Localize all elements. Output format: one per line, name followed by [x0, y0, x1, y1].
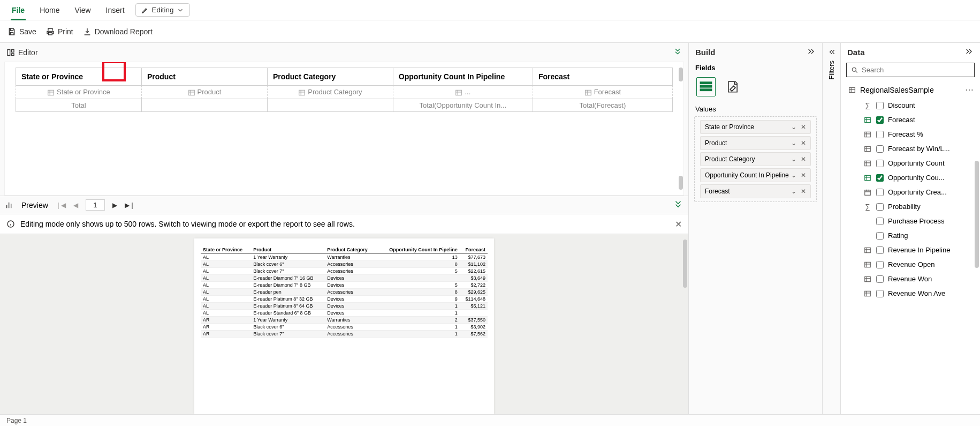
- field-checkbox[interactable]: [876, 261, 884, 268]
- svg-rect-18: [865, 175, 871, 180]
- data-field-row[interactable]: Purchase Process: [862, 214, 976, 228]
- remove-field-icon[interactable]: ✕: [801, 123, 806, 131]
- editing-mode-button[interactable]: Editing: [135, 3, 191, 17]
- data-scrollbar[interactable]: [975, 161, 979, 268]
- field-checkbox[interactable]: [876, 290, 884, 297]
- field-pill[interactable]: State or Province⌄✕: [700, 120, 811, 134]
- chevron-down-icon[interactable]: ⌄: [791, 171, 796, 179]
- more-options-icon[interactable]: ⋯: [965, 85, 975, 95]
- preview-scrollbar[interactable]: [683, 240, 687, 288]
- col-header[interactable]: Forecast: [533, 68, 672, 86]
- field-name: Opportunity Cou...: [888, 174, 945, 182]
- preview-page: State or ProvinceProductProduct Category…: [194, 238, 494, 414]
- field-checkbox[interactable]: [876, 102, 884, 109]
- expand-filters-icon[interactable]: [828, 48, 835, 57]
- data-field-row[interactable]: Opportunity Count: [862, 156, 976, 170]
- download-icon: [83, 27, 92, 36]
- preview-row: AL1 Year WarrantyWarranties13$77,673: [201, 254, 488, 261]
- build-title: Build: [695, 48, 716, 57]
- chevron-down-icon[interactable]: ⌄: [791, 139, 796, 147]
- nav-last-icon[interactable]: ▶❘: [125, 201, 135, 209]
- chevron-down-icon[interactable]: ⌄: [791, 188, 796, 195]
- tab-home[interactable]: Home: [32, 3, 67, 18]
- field-checkbox[interactable]: [876, 246, 884, 254]
- field-checkbox[interactable]: [876, 203, 884, 211]
- preview-table: State or ProvinceProductProduct Category…: [201, 246, 488, 338]
- search-box[interactable]: [846, 63, 975, 77]
- data-field-row[interactable]: ∑Probability: [862, 199, 976, 214]
- remove-field-icon[interactable]: ✕: [801, 139, 806, 147]
- placeholder-cell[interactable]: Product: [141, 86, 267, 99]
- print-button[interactable]: Print: [46, 27, 73, 36]
- tab-file[interactable]: File: [4, 3, 32, 18]
- data-field-row[interactable]: Revenue In Pipeline: [862, 243, 976, 257]
- data-field-row[interactable]: Revenue Won: [862, 272, 976, 286]
- tab-insert[interactable]: Insert: [98, 3, 132, 18]
- field-pill[interactable]: Product⌄✕: [700, 136, 811, 150]
- remove-field-icon[interactable]: ✕: [801, 171, 806, 179]
- info-icon: [6, 220, 15, 228]
- page-number-input[interactable]: [86, 199, 105, 211]
- field-pill[interactable]: Product Category⌄✕: [700, 152, 811, 166]
- editor-canvas[interactable]: State or ProvinceProductProduct Category…: [4, 62, 684, 196]
- placeholder-cell[interactable]: ...: [393, 86, 533, 99]
- field-checkbox[interactable]: [876, 131, 884, 138]
- data-field-row[interactable]: Forecast: [862, 113, 976, 127]
- data-field-row[interactable]: Opportunity Cou...: [862, 170, 976, 185]
- collapse-preview-icon[interactable]: [673, 199, 683, 211]
- field-checkbox[interactable]: [876, 145, 884, 153]
- search-input[interactable]: [862, 66, 970, 74]
- nav-first-icon[interactable]: ❘◀: [56, 201, 66, 209]
- dataset-row[interactable]: RegionalSalesSample ⋯: [841, 81, 980, 98]
- data-field-row[interactable]: Rating: [862, 228, 976, 243]
- nav-prev-icon[interactable]: ◀: [73, 201, 78, 209]
- filters-label[interactable]: Filters: [827, 61, 835, 79]
- preview-row: ALBlack cover 7"Accessories5$22,615: [201, 268, 488, 275]
- field-pill[interactable]: Opportunity Count In Pipeline⌄✕: [700, 168, 811, 182]
- field-checkbox[interactable]: [876, 174, 884, 182]
- format-viz-icon[interactable]: [723, 77, 742, 96]
- collapse-build-icon[interactable]: [807, 47, 816, 57]
- close-banner-icon[interactable]: ✕: [675, 219, 682, 229]
- svg-rect-17: [865, 161, 871, 166]
- placeholder-cell[interactable]: Product Category: [267, 86, 393, 99]
- svg-rect-14: [865, 117, 871, 122]
- data-field-row[interactable]: ∑Discount: [862, 98, 976, 113]
- tab-view[interactable]: View: [67, 3, 98, 18]
- field-checkbox[interactable]: [876, 116, 884, 124]
- data-field-row[interactable]: Opportunity Crea...: [862, 185, 976, 199]
- remove-field-icon[interactable]: ✕: [801, 188, 806, 195]
- remove-field-icon[interactable]: ✕: [801, 155, 806, 163]
- chevron-down-icon[interactable]: ⌄: [791, 155, 796, 163]
- collapse-data-icon[interactable]: [965, 47, 974, 57]
- data-field-row[interactable]: Revenue Won Ave: [862, 286, 976, 301]
- search-icon: [851, 66, 859, 74]
- svg-rect-10: [700, 85, 712, 88]
- preview-col-header: Forecast: [460, 246, 488, 254]
- field-well[interactable]: State or Province⌄✕Product⌄✕Product Cate…: [694, 116, 817, 202]
- editor-scrollbar[interactable]: [678, 68, 683, 190]
- save-button[interactable]: Save: [7, 27, 36, 36]
- chevron-down-icon[interactable]: ⌄: [791, 123, 796, 131]
- col-header[interactable]: Product: [141, 68, 267, 86]
- data-field-row[interactable]: Forecast %: [862, 127, 976, 141]
- total-cell: [267, 99, 393, 111]
- nav-next-icon[interactable]: ▶: [112, 201, 117, 209]
- field-pill[interactable]: Forecast⌄✕: [700, 184, 811, 198]
- download-button[interactable]: Download Report: [83, 27, 153, 36]
- col-header[interactable]: Opportunity Count In Pipeline: [393, 68, 533, 86]
- field-checkbox[interactable]: [876, 232, 884, 240]
- col-header[interactable]: State or Province: [16, 68, 142, 86]
- field-checkbox[interactable]: [876, 218, 884, 225]
- collapse-editor-icon[interactable]: [673, 47, 682, 57]
- field-checkbox[interactable]: [876, 275, 884, 283]
- placeholder-cell[interactable]: State or Province: [16, 86, 142, 99]
- table-viz-icon[interactable]: [696, 77, 716, 96]
- data-field-row[interactable]: Forecast by Win/L...: [862, 141, 976, 156]
- placeholder-cell[interactable]: Forecast: [533, 86, 672, 99]
- svg-rect-23: [865, 291, 871, 296]
- col-header[interactable]: Product Category: [267, 68, 393, 86]
- data-field-row[interactable]: Revenue Open: [862, 257, 976, 272]
- field-checkbox[interactable]: [876, 160, 884, 167]
- field-checkbox[interactable]: [876, 189, 884, 196]
